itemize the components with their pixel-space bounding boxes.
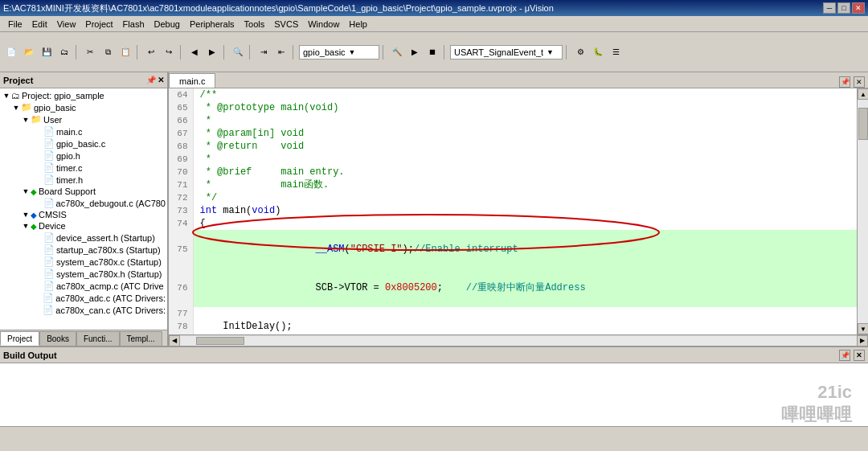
table-row: 66 * (169, 114, 857, 127)
close-editor-btn[interactable]: ✕ (854, 76, 865, 88)
tree-item-acmp[interactable]: 📄 ac780x_acmp.c (ATC Drive (2, 280, 166, 292)
build-icon[interactable]: 🔨 (389, 44, 405, 60)
scroll-track[interactable] (858, 100, 868, 323)
toolbar-row-1: 📄 📂 💾 🗂 ✂ ⧉ 📋 ↩ ↪ ◀ ▶ 🔍 ⇥ ⇤ gpio_basic ▼… (3, 43, 865, 61)
save-icon[interactable]: 💾 (39, 44, 55, 60)
open-icon[interactable]: 📂 (21, 44, 37, 60)
tab-project[interactable]: Project (0, 331, 39, 346)
menu-tools[interactable]: Tools (240, 18, 270, 31)
navigate-back-icon[interactable]: ◀ (186, 44, 203, 60)
pin-editor-btn[interactable]: 📌 (839, 76, 850, 88)
menu-project[interactable]: Project (80, 18, 117, 31)
title-bar: E:\AC781xMINI开发板资料\AC7801x\ac7801xmodule… (0, 0, 868, 16)
table-row: 72 */ (169, 191, 857, 204)
tree-item-device[interactable]: ▼ ◆ Device (2, 220, 166, 232)
tree-item-cmsis[interactable]: ▼ ◆ CMSIS (2, 209, 166, 220)
build-content (0, 363, 868, 426)
build-close-btn[interactable]: ✕ (854, 350, 865, 361)
save-all-icon[interactable]: 🗂 (56, 44, 72, 60)
new-file-icon[interactable]: 📄 (3, 44, 19, 60)
h-scroll-thumb[interactable] (196, 337, 244, 345)
settings-icon[interactable]: ⚙ (572, 44, 588, 60)
menu-bar: File Edit View Project Flash Debug Perip… (0, 16, 868, 32)
stop-icon[interactable]: ⏹ (424, 44, 440, 60)
menu-debug[interactable]: Debug (149, 18, 185, 31)
panel-title: Project (3, 76, 33, 85)
tab-templates[interactable]: Templ... (120, 331, 162, 346)
target-dropdown[interactable]: gpio_basic ▼ (299, 45, 379, 59)
maximize-button[interactable]: □ (837, 2, 850, 14)
debug-icon[interactable]: 🐛 (590, 44, 606, 60)
main-layout: Project 📌 ✕ ▼ 🗂 Project: gpio_sample ▼ 📁… (0, 72, 868, 346)
tree-item-gpio-h[interactable]: 📄 gpio.h (2, 150, 166, 162)
tree-item-timer-c[interactable]: 📄 timer.c (2, 162, 166, 174)
tree-item-board-support[interactable]: ▼ ◆ Board Support (2, 186, 166, 197)
find-icon[interactable]: 🔍 (230, 44, 246, 60)
scroll-up-btn[interactable]: ▲ (858, 88, 868, 100)
tree-item-startup[interactable]: 📄 startup_ac780x.s (Startup) (2, 244, 166, 256)
tree-item-timer-h[interactable]: 📄 timer.h (2, 174, 166, 186)
toolbar: 📄 📂 💾 🗂 ✂ ⧉ 📋 ↩ ↪ ◀ ▶ 🔍 ⇥ ⇤ gpio_basic ▼… (0, 32, 868, 72)
tree-item-gpio-basic[interactable]: ▼ 📁 gpio_basic (2, 101, 166, 113)
project-panel: Project 📌 ✕ ▼ 🗂 Project: gpio_sample ▼ 📁… (0, 72, 169, 346)
copy-icon[interactable]: ⧉ (100, 44, 116, 60)
tree-item-adc[interactable]: 📄 ac780x_adc.c (ATC Drivers: (2, 292, 166, 304)
tab-functions[interactable]: Functi... (76, 331, 120, 346)
tree-item-system-h[interactable]: 📄 system_ac780x.h (Startup) (2, 268, 166, 280)
table-row-highlighted-76: 76 SCB->VTOR = 0x8005200; //重映射中断向量Addre… (169, 269, 857, 307)
cut-icon[interactable]: ✂ (82, 44, 98, 60)
tree-item-project-root[interactable]: ▼ 🗂 Project: gpio_sample (2, 90, 166, 101)
tree-item-device-assert[interactable]: 📄 device_assert.h (Startup) (2, 232, 166, 244)
tree-item-user[interactable]: ▼ 📁 User (2, 113, 166, 125)
undo-icon[interactable]: ↩ (143, 44, 159, 60)
minimize-button[interactable]: ─ (823, 2, 836, 14)
tab-books[interactable]: Books (39, 331, 76, 346)
indent-icon[interactable]: ⇥ (256, 44, 272, 60)
scroll-right-btn[interactable]: ▶ (857, 335, 868, 346)
scroll-down-btn[interactable]: ▼ (858, 323, 868, 334)
code-area[interactable]: 64 /** 65 * @prototype main(void) 66 * (169, 88, 857, 334)
event-dropdown[interactable]: USART_SignalEvent_t ▼ (450, 45, 563, 59)
table-row: 74 { (169, 217, 857, 230)
table-row: 67 * @param[in] void (169, 127, 857, 140)
scroll-thumb[interactable] (858, 108, 868, 140)
panel-pin-icon[interactable]: 📌 (146, 76, 156, 84)
sep5 (249, 45, 252, 59)
menu-flash[interactable]: Flash (118, 18, 149, 31)
tree-item-can[interactable]: 📄 ac780x_can.c (ATC Drivers: (2, 304, 166, 316)
table-row: 77 (169, 307, 857, 320)
redo-icon[interactable]: ↪ (161, 44, 177, 60)
table-row: 73 int main(void) (169, 204, 857, 217)
table-row: 64 /** (169, 88, 857, 101)
paste-icon[interactable]: 📋 (117, 44, 133, 60)
menu-view[interactable]: View (52, 18, 81, 31)
h-scroll-track[interactable] (180, 336, 857, 346)
tree-item-system-c[interactable]: 📄 system_ac780x.c (Startup) (2, 256, 166, 268)
panel-close-icon[interactable]: ✕ (158, 76, 164, 84)
table-row: 78 InitDelay(); (169, 320, 857, 333)
close-button[interactable]: ✕ (852, 2, 865, 14)
tree-item-main-c[interactable]: 📄 main.c (2, 125, 166, 137)
sep8 (444, 45, 447, 59)
navigate-fwd-icon[interactable]: ▶ (204, 44, 220, 60)
menu-peripherals[interactable]: Peripherals (185, 18, 240, 31)
menu-help[interactable]: Help (344, 18, 372, 31)
sep9 (566, 45, 569, 59)
menu-svcs[interactable]: SVCS (269, 18, 303, 31)
tree-item-debugout[interactable]: 📄 ac780x_debugout.c (AC780 (2, 197, 166, 209)
editor-tab-main-c[interactable]: main.c (169, 73, 215, 88)
tree-item-gpio-basic-c[interactable]: 📄 gpio_basic.c (2, 137, 166, 150)
menu-edit[interactable]: Edit (27, 18, 52, 31)
build-pin-btn[interactable]: 📌 (839, 350, 850, 361)
table-row: 70 * @brief main entry. (169, 166, 857, 178)
sep4 (223, 45, 227, 59)
code-editor-container: 64 /** 65 * @prototype main(void) 66 * (169, 88, 868, 334)
run-icon[interactable]: ▶ (407, 44, 423, 60)
menu-file[interactable]: File (3, 18, 27, 31)
h-scrollbar: ◀ ▶ (169, 334, 868, 346)
outdent-icon[interactable]: ⇤ (273, 44, 289, 60)
scroll-left-btn[interactable]: ◀ (169, 335, 180, 346)
options-icon[interactable]: ☰ (608, 44, 624, 60)
code-table: 64 /** 65 * @prototype main(void) 66 * (169, 88, 857, 334)
menu-window[interactable]: Window (303, 18, 344, 31)
